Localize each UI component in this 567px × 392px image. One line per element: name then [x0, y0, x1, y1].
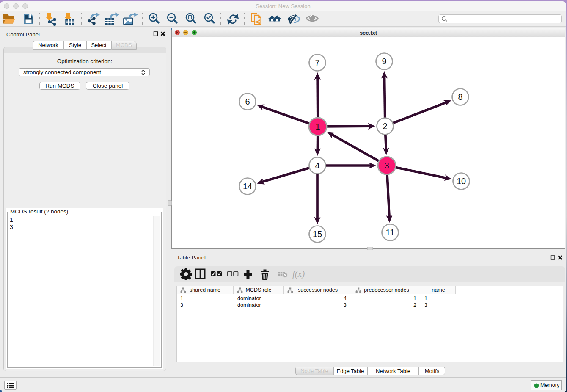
svg-text:7: 7 — [315, 58, 319, 67]
svg-text:4: 4 — [315, 161, 319, 170]
svg-text:14: 14 — [243, 182, 252, 191]
svg-text:2: 2 — [383, 121, 387, 131]
svg-text:f(x): f(x) — [292, 269, 305, 279]
svg-text:1: 1 — [315, 122, 320, 131]
svg-text:3: 3 — [384, 161, 389, 170]
svg-text:10: 10 — [457, 177, 466, 186]
svg-text:15: 15 — [313, 229, 322, 239]
svg-text:8: 8 — [458, 92, 462, 102]
svg-text:11: 11 — [386, 228, 395, 237]
svg-text:6: 6 — [245, 97, 250, 106]
svg-text:9: 9 — [382, 57, 386, 66]
